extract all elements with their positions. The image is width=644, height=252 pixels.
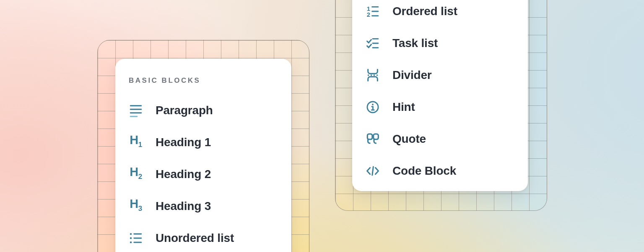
menu-item-ordered-list[interactable]: 1 2Ordered list bbox=[366, 0, 514, 27]
heading-2-icon: H2 bbox=[129, 167, 143, 181]
blocks-item-list: 1 2Ordered list Task list Divider Hint Q… bbox=[366, 0, 514, 187]
section-label-basic-blocks: BASIC BLOCKS bbox=[129, 76, 278, 85]
menu-item-unordered-list[interactable]: Unordered list bbox=[129, 222, 278, 252]
menu-item-label: Task list bbox=[392, 37, 438, 50]
menu-item-label: Heading 2 bbox=[156, 168, 211, 181]
block-menu-right-card: 1 2Ordered list Task list Divider Hint Q… bbox=[352, 0, 528, 191]
menu-item-label: Quote bbox=[392, 132, 426, 146]
quote-icon bbox=[366, 132, 380, 146]
menu-item-label: Ordered list bbox=[392, 5, 457, 18]
divider-icon bbox=[366, 68, 380, 82]
svg-text:1: 1 bbox=[367, 5, 370, 12]
svg-text:2: 2 bbox=[367, 11, 370, 18]
menu-item-label: Divider bbox=[392, 68, 432, 82]
menu-item-heading-2[interactable]: H2Heading 2 bbox=[129, 158, 278, 190]
menu-item-label: Hint bbox=[392, 100, 415, 114]
heading-1-icon: H1 bbox=[129, 135, 143, 150]
ordered-list-icon: 1 2 bbox=[366, 4, 380, 18]
paragraph-icon bbox=[129, 103, 143, 118]
menu-item-label: Heading 1 bbox=[156, 136, 211, 149]
menu-item-divider[interactable]: Divider bbox=[366, 59, 514, 91]
task-list-icon bbox=[366, 36, 380, 50]
menu-item-task-list[interactable]: Task list bbox=[366, 27, 514, 59]
unordered-list-icon bbox=[129, 231, 143, 245]
block-menu-left-card: BASIC BLOCKS ParagraphH1Heading 1H2Headi… bbox=[115, 59, 291, 252]
menu-item-code-block[interactable]: Code Block bbox=[366, 155, 514, 187]
code-block-icon bbox=[366, 164, 380, 178]
menu-item-heading-1[interactable]: H1Heading 1 bbox=[129, 126, 278, 158]
menu-item-hint[interactable]: Hint bbox=[366, 91, 514, 123]
menu-item-heading-3[interactable]: H3Heading 3 bbox=[129, 190, 278, 222]
hint-icon bbox=[366, 100, 380, 114]
menu-item-label: Paragraph bbox=[156, 104, 213, 117]
menu-item-label: Unordered list bbox=[156, 231, 234, 245]
menu-item-label: Code Block bbox=[392, 164, 456, 178]
basic-blocks-item-list: ParagraphH1Heading 1H2Heading 2H3Heading… bbox=[129, 94, 278, 252]
menu-item-paragraph[interactable]: Paragraph bbox=[129, 94, 278, 126]
menu-item-label: Heading 3 bbox=[156, 200, 211, 213]
heading-3-icon: H3 bbox=[129, 199, 143, 213]
menu-item-quote[interactable]: Quote bbox=[366, 123, 514, 155]
